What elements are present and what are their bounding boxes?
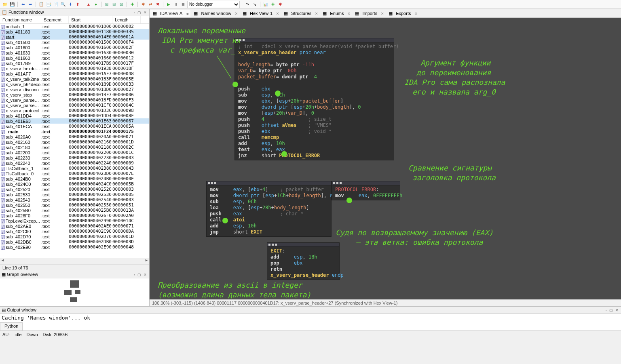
close-icon[interactable]: ✕ <box>143 273 148 277</box>
close-icon[interactable]: ✕ <box>143 11 148 15</box>
maximize-icon[interactable]: ▢ <box>608 308 614 312</box>
tab-close-icon[interactable]: × <box>414 11 417 17</box>
down-icon[interactable]: ⬇ <box>67 1 74 8</box>
function-row[interactable]: fsub_402D70.text0000000000402D700000001D <box>0 234 149 239</box>
minimize-icon[interactable]: ▫ <box>133 11 136 15</box>
tab-close-icon[interactable]: ● <box>186 11 189 17</box>
output-tab-python[interactable]: Python <box>0 322 23 330</box>
step-into-icon[interactable]: ↘ <box>251 1 258 8</box>
tab-close-icon[interactable]: × <box>235 11 238 17</box>
function-row[interactable]: fsub_402DB0.text0000000000402DB00000003D <box>0 239 149 244</box>
save-icon[interactable]: 💾 <box>9 1 15 8</box>
function-row[interactable]: fTlsCallback_1.text000000000040238000000… <box>0 166 149 171</box>
function-list[interactable]: fnullsub_1.text000000000040100000000002f… <box>0 24 149 258</box>
function-row[interactable]: fx_vserv_hexdump.text0000000000401938000… <box>0 66 149 71</box>
step-over-icon[interactable]: ↷ <box>244 1 251 8</box>
db-c-icon[interactable]: ✱ <box>277 1 283 8</box>
plus-icon[interactable]: ✚ <box>129 1 135 8</box>
view-tab[interactable]: ▦Imports× <box>352 10 385 17</box>
view-tab[interactable]: ▦Structures× <box>281 10 319 17</box>
db-a-icon[interactable]: 📊 <box>262 1 269 8</box>
function-row[interactable]: fnullsub_1.text000000000040100000000002 <box>0 24 149 29</box>
function-row[interactable]: fsub_402240.text000000000040224000000009 <box>0 160 149 166</box>
function-row[interactable]: fsub_4025B0.text00000000004025B00000013A <box>0 208 149 213</box>
run-icon[interactable]: ▶ <box>165 1 172 8</box>
function-row[interactable]: fsub_4026F0.text00000000004026F0000002A0 <box>0 213 149 218</box>
layout1-icon[interactable]: ⊞ <box>104 1 110 8</box>
circle-icon[interactable]: ● <box>93 1 99 8</box>
tool-a-icon[interactable]: 📋 <box>38 1 44 8</box>
cross-icon[interactable]: ✖ <box>154 1 161 8</box>
code-block-exit[interactable]: EXIT: add esp, 18h pop ebx retn x_vserv_… <box>267 242 340 280</box>
function-row[interactable]: fsub_4017B9.text00000000004017B90000017F <box>0 61 149 66</box>
function-row[interactable]: fsub_4020A0.text00000000004020A000000071 <box>0 134 149 139</box>
function-row[interactable]: fsub_402530.text000000000040253000000005 <box>0 192 149 197</box>
minimize-icon[interactable]: ▫ <box>605 308 608 312</box>
function-row[interactable]: fsub_4024C0.text00000000004024C00000005B <box>0 181 149 187</box>
function-row[interactable]: fx_vserv_stop.text0000000000401BF7000000… <box>0 92 149 97</box>
function-row[interactable]: fsub_401E63.text0000000000401E6300000067 <box>0 118 149 124</box>
stop-icon[interactable]: ⏹ <box>180 1 186 8</box>
function-row[interactable]: fsub_402160.text00000000004021600000001D <box>0 139 149 145</box>
function-row[interactable]: fsub_401630.text000000000040163000000030 <box>0 50 149 55</box>
function-row[interactable]: fTlsCallback_0.text00000000004023D000000… <box>0 171 149 176</box>
function-row[interactable]: fsub_401ECA.text0000000000401ECA0000005A <box>0 124 149 129</box>
tool-b-icon[interactable]: 📑 <box>45 1 52 8</box>
function-row[interactable]: f_main.text0000000000401F2400000175 <box>0 129 149 134</box>
function-row[interactable]: fsub_401500.text0000000000401500000000F4 <box>0 40 149 45</box>
function-row[interactable]: fx_vserv_disconn.text0000000000401BD0000… <box>0 87 149 92</box>
code-block-left[interactable]: mov eax, [ebx+4] ; packet_buffer mov dwo… <box>206 181 332 237</box>
layout2-icon[interactable]: ⊟ <box>111 1 117 8</box>
tool-c-icon[interactable]: 📄 <box>53 1 59 8</box>
code-block-error[interactable]: PROTOCOL_ERROR: mov eax, 0FFFFFFFFh <box>332 181 400 200</box>
function-row[interactable]: fx_vserv_parse_he....text0000000000401CF… <box>0 103 149 108</box>
view-tab[interactable]: ▦Hex View-1× <box>239 10 281 17</box>
function-row[interactable]: fx_vserv_parse_body.text0000000000401BFD… <box>0 97 149 103</box>
tab-close-icon[interactable]: × <box>381 11 384 17</box>
ida-graph-view[interactable]: ; int __cdecl x_vserv_parse_header(void … <box>150 18 621 299</box>
maximize-icon[interactable]: ▢ <box>137 11 142 15</box>
function-row[interactable]: fsub_401180.text000000000040118000000335 <box>0 29 149 34</box>
cut-icon[interactable]: ⇄ <box>147 1 154 8</box>
function-row[interactable]: fsub_401DD4.text0000000000401DD40000008F <box>0 113 149 118</box>
output-text[interactable]: Caching 'Names window'... ok <box>0 314 621 322</box>
minimize-icon[interactable]: ▫ <box>133 273 136 277</box>
function-row[interactable]: fx_vserv_talk2me.text0000000000401B3F000… <box>0 76 149 82</box>
function-row[interactable]: fsub_402200.text00000000004022000000001C <box>0 150 149 155</box>
layout3-icon[interactable]: ⊡ <box>118 1 125 8</box>
tab-close-icon[interactable]: × <box>315 11 318 17</box>
function-row[interactable]: fsub_402540.text000000000040254000000003 <box>0 197 149 202</box>
function-row[interactable]: fsub_402AE0.text0000000000402AE000000071 <box>0 223 149 229</box>
function-row[interactable]: fstart.text00000000004014E00000001A <box>0 34 149 40</box>
function-row[interactable]: fx_vserv_b64deco.text0000000000401B9D000… <box>0 82 149 87</box>
star-icon[interactable]: ✱ <box>140 1 146 8</box>
function-row[interactable]: fsub_401600.text00000000004016000000002F <box>0 45 149 50</box>
tab-close-icon[interactable]: × <box>347 11 350 17</box>
func-list-header[interactable]: Function name Segment Start Length <box>0 16 149 24</box>
function-row[interactable]: fsub_402520.text000000000040252000000003 <box>0 187 149 192</box>
search-icon[interactable]: 🔍 <box>60 1 66 8</box>
function-row[interactable]: fsub_401AF7.text0000000000401AF700000048 <box>0 71 149 76</box>
tab-close-icon[interactable]: × <box>276 11 279 17</box>
up-icon[interactable]: ⬆ <box>74 1 81 8</box>
function-row[interactable]: fsub_401660.text000000000040166000000012 <box>0 55 149 61</box>
view-tab[interactable]: ▦Exports× <box>385 10 419 17</box>
stop-red-icon[interactable]: ▲ <box>85 1 92 8</box>
graph-overview[interactable] <box>0 278 149 306</box>
function-row[interactable]: fsub_402E90.text0000000000402E9000000048 <box>0 244 149 250</box>
function-row[interactable]: fTopLevelExceptio....text000000000040299… <box>0 218 149 223</box>
db-b-icon[interactable]: ✚ <box>270 1 276 8</box>
function-row[interactable]: fsub_402C90.text0000000000402C90000000DA <box>0 229 149 234</box>
maximize-icon[interactable]: ▢ <box>137 273 142 277</box>
function-row[interactable]: fsub_4024B0.text00000000004024B00000000E <box>0 176 149 181</box>
view-tab[interactable]: ▦Enums× <box>319 10 352 17</box>
h-scrollbar[interactable] <box>0 258 149 264</box>
close-icon[interactable]: ✕ <box>615 308 619 312</box>
back-icon[interactable]: ⬅ <box>20 1 26 8</box>
view-tab[interactable]: ▦IDA View-A● <box>150 10 190 17</box>
function-row[interactable]: fx_vserv_protocol.text0000000000401D3C00… <box>0 108 149 113</box>
fwd-icon[interactable]: ➡ <box>27 1 34 8</box>
pause-icon[interactable]: ⏸ <box>173 1 179 8</box>
view-tab[interactable]: ▦Names window× <box>190 10 239 17</box>
debugger-select[interactable]: No debugger <box>187 1 240 8</box>
